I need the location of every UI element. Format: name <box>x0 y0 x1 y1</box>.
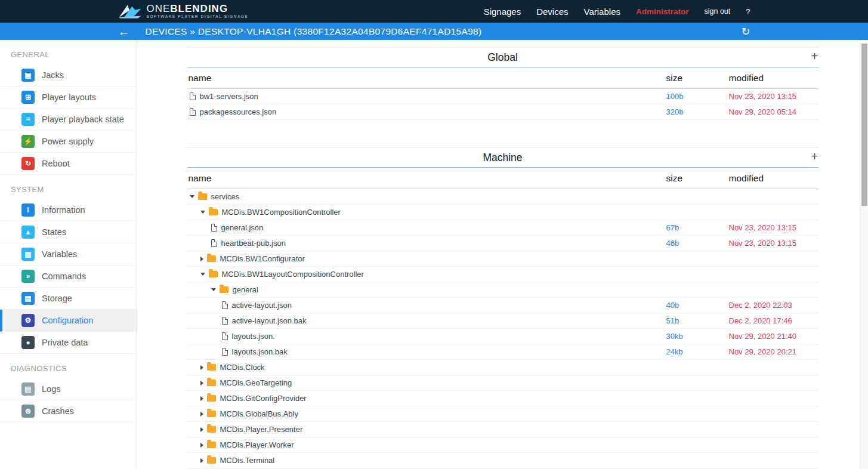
topbar: ONEBLENDING SOFTWARE PLAYER DIGITAL SIGN… <box>0 0 868 23</box>
tree-folder-row[interactable]: MCDis.BW1Configurator <box>187 251 818 267</box>
expand-caret-icon[interactable] <box>200 458 203 463</box>
name-cell: MCDis.Clock <box>187 363 666 372</box>
player-layouts-icon: ⊞ <box>21 91 35 104</box>
sidebar-item-variables[interactable]: ▥Variables <box>0 243 137 266</box>
column-header-name: name <box>187 73 666 84</box>
file-row[interactable]: layouts.json.30kbNov 29, 2020 21:40 <box>187 329 818 344</box>
collapse-caret-icon[interactable] <box>200 273 205 276</box>
sidebar-section-diagnostics: DIAGNOSTICS <box>0 354 137 378</box>
entry-name: layouts.json. <box>232 332 275 341</box>
tree-folder-row[interactable]: MCDis.Clock <box>187 360 818 375</box>
nav-devices[interactable]: Devices <box>536 7 568 17</box>
entry-name: MCDis.BW1CompositionController <box>222 208 341 217</box>
name-cell: MCDis.GeoTargeting <box>187 378 666 387</box>
expand-caret-icon[interactable] <box>200 396 203 401</box>
configuration-icon: ⚙ <box>21 314 35 327</box>
nav-variables[interactable]: Variables <box>584 7 620 17</box>
entry-name: services <box>211 192 240 201</box>
collapse-caret-icon[interactable] <box>200 211 205 214</box>
table-header-row: namesizemodified <box>187 168 818 189</box>
column-header-name: name <box>187 173 666 184</box>
sidebar-item-configuration[interactable]: ⚙Configuration <box>0 310 137 332</box>
folder-icon <box>207 426 216 433</box>
file-row[interactable]: bw1-servers.json100bNov 23, 2020 13:15 <box>187 89 818 104</box>
sign-out-link[interactable]: sign out <box>704 7 730 16</box>
file-row[interactable]: active-layout.json40bDec 2, 2020 22:03 <box>187 298 818 313</box>
file-row[interactable]: active-layout.json.bak51bDec 2, 2020 17:… <box>187 313 818 329</box>
entry-name: active-layout.json <box>232 301 292 310</box>
expand-caret-icon[interactable] <box>200 427 203 432</box>
folder-icon <box>207 395 216 402</box>
tree-folder-row[interactable]: MCDis.GeoTargeting <box>187 375 818 391</box>
tree-folder-row[interactable]: MCDis.GitConfigProvider <box>187 391 818 406</box>
device-bar: ← DEVICES » DESKTOP-VLHA1GH (3380F12A32A… <box>0 23 868 40</box>
help-link[interactable]: ? <box>746 7 750 16</box>
back-arrow-icon[interactable]: ← <box>118 26 130 38</box>
refresh-icon[interactable]: ↻ <box>741 25 750 38</box>
nav-signages[interactable]: Signages <box>484 7 521 17</box>
collapse-caret-icon[interactable] <box>211 288 216 291</box>
expand-caret-icon[interactable] <box>200 257 203 261</box>
expand-caret-icon[interactable] <box>200 365 203 370</box>
sidebar-item-logs[interactable]: ▤Logs <box>0 378 137 400</box>
file-row[interactable]: packagessources.json320bNov 29, 2020 05:… <box>187 104 818 120</box>
folder-icon <box>209 271 218 277</box>
sidebar-item-storage[interactable]: ▤Storage <box>0 288 137 310</box>
expand-caret-icon[interactable] <box>200 443 203 448</box>
sidebar-item-private-data[interactable]: ●Private data <box>0 332 137 354</box>
sidebar-item-player-layouts[interactable]: ⊞Player layouts <box>0 87 137 109</box>
sidebar-item-commands[interactable]: »Commands <box>0 266 137 288</box>
file-row[interactable]: general.json67bNov 23, 2020 13:15 <box>187 220 818 236</box>
tree-folder-row[interactable]: MCDis.GlobalBus.Ably <box>187 406 818 422</box>
tree-folder-row[interactable]: MCDis.Player.Presenter <box>187 422 818 437</box>
name-cell: packagessources.json <box>187 107 666 116</box>
name-cell: MCDis.GitConfigProvider <box>187 394 666 403</box>
column-header-modified: modified <box>729 73 818 84</box>
section-header: Global+ <box>187 47 818 67</box>
entry-size: 51b <box>666 316 729 325</box>
private-data-icon: ● <box>21 336 35 349</box>
scrollbar-thumb[interactable] <box>861 44 867 206</box>
file-row[interactable]: layouts.json.bak24kbNov 29, 2020 20:21 <box>187 344 818 360</box>
entry-name: layouts.json.bak <box>232 347 288 356</box>
section-title: Machine <box>483 152 522 164</box>
tree-folder-row[interactable]: MCDis.Player.Worker <box>187 437 818 453</box>
collapse-caret-icon[interactable] <box>190 195 194 198</box>
entry-name: MCDis.GitConfigProvider <box>220 394 307 403</box>
entry-size: 46b <box>666 239 729 248</box>
name-cell: services <box>187 192 666 201</box>
sidebar-item-crashes[interactable]: ⊗Crashes <box>0 400 137 422</box>
entry-modified: Nov 23, 2020 13:15 <box>729 239 818 248</box>
sidebar-item-information[interactable]: iInformation <box>0 199 137 221</box>
tree-folder-row[interactable]: MCDis.BW1CompositionController <box>187 205 818 220</box>
name-cell: active-layout.json <box>187 301 666 310</box>
sidebar-item-jacks[interactable]: ▣Jacks <box>0 64 137 87</box>
folder-icon <box>207 442 216 448</box>
name-cell: MCDis.Terminal <box>187 456 666 465</box>
sidebar-item-states[interactable]: ▲States <box>0 221 137 243</box>
expand-caret-icon[interactable] <box>200 412 203 416</box>
file-icon <box>222 301 228 309</box>
sidebar-item-reboot[interactable]: ↻Reboot <box>0 153 137 175</box>
entry-name: MCDis.GlobalBus.Ably <box>220 409 299 418</box>
tree-folder-row[interactable]: services <box>187 189 818 205</box>
sidebar-item-power-supply[interactable]: ⚡Power supply <box>0 131 137 153</box>
add-file-button[interactable]: + <box>811 50 818 62</box>
sidebar-item-label: Configuration <box>42 316 93 325</box>
tree-folder-row[interactable]: MCDis.Terminal <box>187 453 818 468</box>
folder-icon <box>207 411 216 417</box>
entry-modified: Nov 29, 2020 05:14 <box>729 107 818 116</box>
tree-folder-row[interactable]: general <box>187 282 818 298</box>
logs-icon: ▤ <box>21 382 35 396</box>
sidebar-item-player-playback-state[interactable]: ≡Player playback state <box>0 109 137 131</box>
entry-modified: Nov 29, 2020 21:40 <box>729 332 818 341</box>
tree-folder-row[interactable]: MCDis.BW1LayoutCompositionController <box>187 267 818 282</box>
entry-modified: Nov 23, 2020 13:15 <box>729 92 818 101</box>
device-breadcrumb-title: DEVICES » DESKTOP-VLHA1GH (3380F12A32A04… <box>146 26 482 37</box>
file-row[interactable]: heartbeat-pub.json46bNov 23, 2020 13:15 <box>187 236 818 251</box>
scrollbar[interactable] <box>860 40 868 469</box>
entry-modified: Dec 2, 2020 22:03 <box>729 301 818 310</box>
add-file-button[interactable]: + <box>811 150 818 162</box>
brand-text: ONEBLENDING SOFTWARE PLAYER DIGITAL SIGN… <box>147 4 249 18</box>
expand-caret-icon[interactable] <box>200 381 203 385</box>
